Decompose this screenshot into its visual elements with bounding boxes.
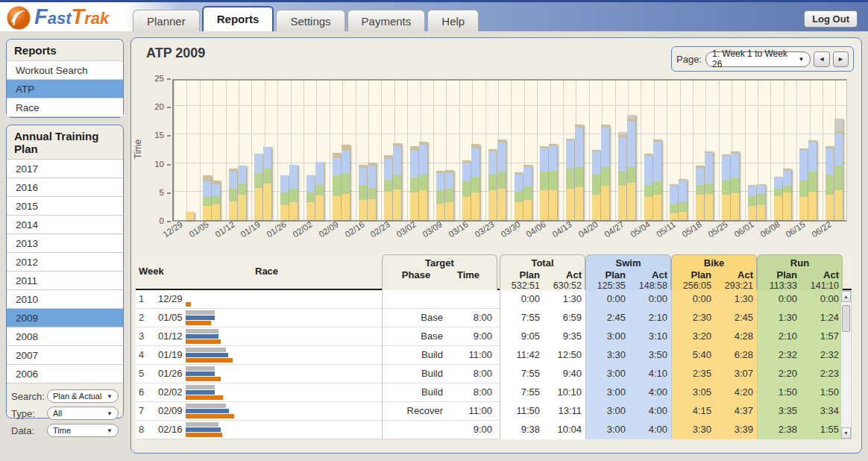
cell-target-phase: Build bbox=[386, 346, 443, 364]
segment-swim bbox=[825, 148, 834, 176]
type-filter-label: Type: bbox=[11, 408, 47, 419]
cells-bike: 3:204:28 bbox=[671, 327, 757, 346]
year-item-2012[interactable]: 2012 bbox=[7, 253, 123, 272]
scroll-up-button[interactable]: ▲ bbox=[841, 291, 851, 302]
year-item-2017[interactable]: 2017 bbox=[7, 160, 123, 178]
cell-total-act: 9:40 bbox=[542, 365, 582, 383]
segment-bike bbox=[333, 196, 341, 220]
log-out-button[interactable]: Log Out bbox=[804, 10, 858, 28]
segment-bike bbox=[644, 197, 652, 220]
tab-reports[interactable]: Reports bbox=[202, 6, 274, 31]
segment-swim bbox=[834, 134, 843, 166]
year-item-2008[interactable]: 2008 bbox=[7, 327, 123, 346]
segment-run bbox=[342, 173, 350, 193]
table-row-week-5[interactable]: 501/26Build8:007:559:403:004:102:353:072… bbox=[136, 365, 840, 383]
cell-run-act: 3:34 bbox=[799, 402, 839, 420]
race-bar-plan bbox=[186, 353, 228, 357]
table-scrollbar[interactable]: ▲ ▼ bbox=[840, 290, 852, 439]
sidebar-item-workout-search[interactable]: Workout Search bbox=[7, 61, 123, 80]
col-time-label: Time bbox=[444, 269, 493, 280]
tab-settings[interactable]: Settings bbox=[276, 10, 345, 31]
tab-help[interactable]: Help bbox=[427, 10, 479, 31]
segment-extra bbox=[834, 119, 843, 131]
y-axis-title: Time bbox=[133, 139, 143, 159]
tab-planner[interactable]: Planner bbox=[133, 10, 200, 31]
segment-swim bbox=[471, 148, 479, 177]
data-filter-label: Data: bbox=[11, 425, 47, 436]
year-item-2016[interactable]: 2016 bbox=[7, 178, 123, 197]
segment-swim bbox=[445, 173, 453, 189]
page-next-button[interactable]: ► bbox=[833, 51, 849, 67]
segment-swim bbox=[705, 153, 713, 184]
bike-plan-sum: 256:05 bbox=[672, 280, 711, 291]
cell-swim-act: 0:00 bbox=[628, 290, 667, 308]
table-row-week-6[interactable]: 602/02Build8:007:5510:103:004:003:054:20… bbox=[136, 383, 840, 402]
segment-swim bbox=[601, 128, 609, 167]
cells-bike: 4:154:37 bbox=[671, 402, 757, 421]
filters: Search: Plan & Actual▼ Type: All▼ Data: … bbox=[7, 383, 123, 445]
page-prev-button[interactable]: ◄ bbox=[814, 51, 829, 67]
page-select[interactable]: 1: Week 1 to Week 26 ▼ bbox=[705, 51, 811, 67]
chart-bar-plan-03-02 bbox=[410, 146, 418, 220]
year-item-2010[interactable]: 2010 bbox=[7, 290, 123, 309]
chart-bar-plan-01-19 bbox=[254, 154, 262, 220]
race-bar-target bbox=[186, 329, 218, 333]
race-bar-act bbox=[186, 414, 234, 418]
segment-bike bbox=[342, 194, 350, 220]
year-item-2015[interactable]: 2015 bbox=[7, 197, 123, 216]
cell-run-plan: 2:32 bbox=[758, 346, 797, 364]
segment-run bbox=[679, 202, 687, 212]
year-item-2013[interactable]: 2013 bbox=[7, 234, 123, 253]
segment-bike bbox=[705, 194, 713, 220]
cell-target-time: 9:00 bbox=[443, 421, 492, 439]
y-tick-mark bbox=[167, 107, 171, 108]
year-item-2014[interactable]: 2014 bbox=[7, 216, 123, 234]
race-bar-act bbox=[186, 339, 221, 344]
sidebar-item-atp[interactable]: ATP bbox=[7, 80, 123, 98]
chart-bar-act-06-08 bbox=[783, 169, 791, 220]
cells-swim: 0:000:00 bbox=[585, 290, 671, 309]
chart-bar-act-01-19 bbox=[263, 147, 271, 220]
swim-plan-sum: 125:35 bbox=[586, 280, 626, 291]
sidebar-item-race[interactable]: Race bbox=[7, 98, 123, 117]
cell-week-number: 5 bbox=[139, 365, 154, 383]
chart-bar-act-01-12 bbox=[238, 166, 246, 220]
type-filter-select[interactable]: All▼ bbox=[47, 407, 119, 420]
chart-bar-act-04-13 bbox=[575, 125, 583, 220]
year-item-2009[interactable]: 2009 bbox=[7, 309, 123, 327]
tab-payments[interactable]: Payments bbox=[347, 10, 426, 31]
race-bar-plan bbox=[186, 371, 215, 376]
segment-run bbox=[549, 171, 557, 190]
scrollbar-thumb[interactable] bbox=[842, 305, 850, 332]
chart-bar-act-03-23 bbox=[497, 139, 506, 220]
scroll-down-button[interactable]: ▼ bbox=[841, 427, 851, 439]
cells-run: 2:202:23 bbox=[757, 365, 843, 383]
cell-week-number: 4 bbox=[139, 346, 154, 364]
fasttrak-logo: FastTrak bbox=[6, 4, 109, 31]
year-item-2006[interactable]: 2006 bbox=[7, 365, 123, 383]
search-filter-select[interactable]: Plan & Actual▼ bbox=[47, 389, 119, 403]
year-item-2011[interactable]: 2011 bbox=[7, 272, 123, 290]
table-row-week-7[interactable]: 702/09Recover11:0011:5013:113:004:004:15… bbox=[136, 402, 840, 421]
y-tick-label: 25 bbox=[142, 74, 164, 83]
segment-run bbox=[799, 181, 808, 198]
segment-bike bbox=[488, 190, 497, 220]
cell-total-act: 10:04 bbox=[542, 421, 582, 439]
table-row-week-8[interactable]: 802/169:009:3810:043:004:003:303:392:381… bbox=[136, 421, 840, 439]
race-bars bbox=[186, 292, 380, 307]
segment-swim bbox=[342, 151, 350, 174]
table-row-week-3[interactable]: 301/12Base9:009:059:353:003:103:204:282:… bbox=[136, 327, 840, 346]
search-filter-value: Plan & Actual bbox=[53, 392, 101, 401]
segment-run bbox=[540, 172, 548, 190]
table-row-week-4[interactable]: 401/19Build11:0011:4212:503:303:505:406:… bbox=[136, 346, 840, 365]
y-tick-mark bbox=[167, 221, 171, 222]
table-header: Week Race Target Phase Time Total Plan A… bbox=[136, 253, 852, 290]
year-item-2007[interactable]: 2007 bbox=[7, 346, 123, 365]
segment-run bbox=[705, 184, 713, 194]
segment-other bbox=[203, 175, 211, 182]
table-row-week-2[interactable]: 201/05Base8:007:556:592:452:102:302:451:… bbox=[136, 309, 840, 327]
segment-bike bbox=[774, 196, 782, 220]
data-filter-select[interactable]: Time▼ bbox=[47, 424, 119, 437]
table-row-week-1[interactable]: 112/290:001:300:000:000:001:300:000:00 bbox=[136, 290, 840, 309]
cell-total-act: 12:50 bbox=[542, 346, 582, 364]
